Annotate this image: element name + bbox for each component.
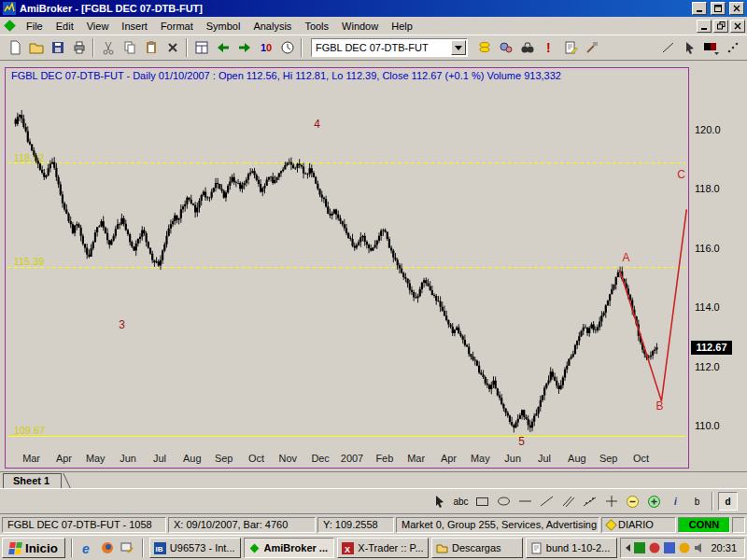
- cut-button[interactable]: [97, 37, 119, 58]
- menu-help[interactable]: Help: [385, 19, 419, 34]
- menu-symbol[interactable]: Symbol: [200, 19, 247, 34]
- mdi-minimize-button[interactable]: [697, 20, 712, 33]
- task-bund-notepad[interactable]: bund 1-10-2...: [526, 538, 617, 558]
- copy-button[interactable]: [119, 37, 140, 58]
- color-picker-button[interactable]: [700, 37, 722, 58]
- rectangle-tool-button[interactable]: [472, 492, 492, 511]
- info-tool-button[interactable]: i: [666, 492, 685, 511]
- preferences-button[interactable]: [495, 37, 516, 58]
- start-button[interactable]: Inicio: [2, 538, 65, 558]
- tray-alert-icon[interactable]: [649, 542, 660, 553]
- maximize-button[interactable]: [711, 2, 726, 15]
- back-button[interactable]: [212, 37, 233, 58]
- tray-volume-icon[interactable]: [694, 542, 705, 553]
- chart-window-icon[interactable]: [4, 20, 16, 32]
- select-pointer-button[interactable]: [430, 492, 449, 511]
- trendline-icon: [661, 40, 676, 55]
- menu-view[interactable]: View: [80, 19, 116, 34]
- daily-mode-button[interactable]: d: [718, 492, 738, 511]
- paste-button[interactable]: [140, 37, 162, 58]
- save-button[interactable]: [47, 37, 68, 58]
- text-tool-button[interactable]: abc: [451, 492, 471, 511]
- zoom-out-icon: [626, 495, 640, 509]
- quotes-button[interactable]: [473, 37, 495, 58]
- wave-label-A: A: [623, 251, 630, 264]
- menu-insert[interactable]: Insert: [115, 19, 154, 34]
- price-chart[interactable]: 118.92115.39109.67345ABCMarAprMayJunJulA…: [6, 68, 688, 468]
- clock-icon: [280, 40, 295, 55]
- forward-button[interactable]: [233, 37, 255, 58]
- close-button[interactable]: [729, 2, 744, 15]
- window-title: AmiBroker - [FGBL DEC 07-DTB-FUT]: [20, 3, 688, 14]
- taskbar-clock[interactable]: 20:31: [712, 542, 738, 553]
- commentary-button[interactable]: [559, 37, 581, 58]
- realtime-button[interactable]: [276, 37, 298, 58]
- status-x-position: X: 09/10/2007, Bar: 4760: [168, 517, 316, 533]
- mdi-restore-button[interactable]: [713, 20, 728, 33]
- svg-text:e: e: [82, 541, 90, 555]
- svg-text:X: X: [345, 544, 350, 553]
- open-button[interactable]: [25, 37, 47, 58]
- print-button[interactable]: [68, 37, 90, 58]
- taskbar-separator: [142, 539, 144, 557]
- menu-analysis[interactable]: Analysis: [247, 19, 298, 34]
- database-icon: [605, 519, 617, 531]
- menu-format[interactable]: Format: [154, 19, 200, 34]
- quote-button[interactable]: 10: [255, 37, 276, 58]
- combo-dropdown-button[interactable]: [451, 40, 466, 55]
- zoom-out-button[interactable]: [623, 492, 642, 511]
- task-descargas[interactable]: Descargas: [431, 538, 523, 558]
- y-axis[interactable]: 112.67 120.0118.0116.0114.0112.0110.0: [690, 61, 747, 471]
- delete-button[interactable]: [162, 37, 183, 58]
- tray-connection-icon[interactable]: [634, 542, 645, 553]
- customize-button[interactable]: [722, 37, 743, 58]
- quicklaunch-firefox-icon[interactable]: [98, 539, 116, 557]
- task-label: X-Trader :: P...: [358, 542, 423, 553]
- new-button[interactable]: [4, 37, 25, 58]
- minimize-button[interactable]: [692, 2, 707, 15]
- layout-button[interactable]: [190, 37, 212, 58]
- regression-tool-button[interactable]: [580, 492, 599, 511]
- y-axis-tick: 110.0: [695, 420, 720, 431]
- menu-edit[interactable]: Edit: [49, 19, 80, 34]
- amibroker-icon: [248, 542, 261, 554]
- menu-tools[interactable]: Tools: [298, 19, 335, 34]
- title-bar[interactable]: AmiBroker - [FGBL DEC 07-DTB-FUT]: [0, 0, 747, 17]
- bars-tool-button[interactable]: b: [687, 492, 707, 511]
- ellipse-tool-button[interactable]: [494, 492, 514, 511]
- horizontal-line-icon: [518, 495, 532, 508]
- task-xtrader[interactable]: X X-Trader :: P...: [337, 538, 429, 558]
- tab-sheet-1[interactable]: Sheet 1: [3, 473, 62, 488]
- draw-line-button[interactable]: [657, 37, 679, 58]
- task-u96573[interactable]: IB U96573 - Int...: [149, 538, 241, 558]
- y-axis-tick: 112.0: [695, 361, 720, 372]
- x-axis-label: Feb: [375, 453, 393, 464]
- mdi-close-button[interactable]: [730, 20, 745, 33]
- cut-scissors-icon: [101, 40, 116, 55]
- chart-area: FGBL DEC 07-DTB-FUT - Daily 01/10/2007 :…: [0, 61, 747, 471]
- menu-bar: File Edit View Insert Format Symbol Anal…: [0, 17, 747, 35]
- draw-pointer-button[interactable]: [679, 37, 700, 58]
- zoom-in-button[interactable]: [644, 492, 664, 511]
- tray-updates-icon[interactable]: [679, 542, 690, 553]
- menu-file[interactable]: File: [20, 19, 49, 34]
- candle-bodies: [15, 115, 658, 427]
- tray-messenger-icon[interactable]: [664, 542, 675, 553]
- status-filler: [732, 517, 745, 533]
- app-icon: [3, 2, 16, 15]
- explore-button[interactable]: [516, 37, 538, 58]
- tools-button[interactable]: [581, 37, 602, 58]
- crosshair-button[interactable]: [601, 492, 621, 511]
- quicklaunch-desktop-icon[interactable]: [119, 539, 136, 557]
- minimize-icon: [696, 5, 703, 12]
- quicklaunch-ie-icon[interactable]: e: [78, 539, 96, 557]
- hline-tool-button[interactable]: [515, 492, 535, 511]
- tray-expand-icon[interactable]: [626, 544, 630, 552]
- alert-button[interactable]: !: [538, 37, 559, 58]
- parallel-lines-tool-button[interactable]: [558, 492, 578, 511]
- menu-window[interactable]: Window: [335, 19, 385, 34]
- trendline-tool-button[interactable]: [537, 492, 557, 511]
- symbol-combo[interactable]: FGBL DEC 07-DTB-FUT: [311, 38, 468, 57]
- chevron-down-icon: [455, 46, 462, 50]
- task-amibroker[interactable]: AmiBroker ...: [244, 538, 335, 558]
